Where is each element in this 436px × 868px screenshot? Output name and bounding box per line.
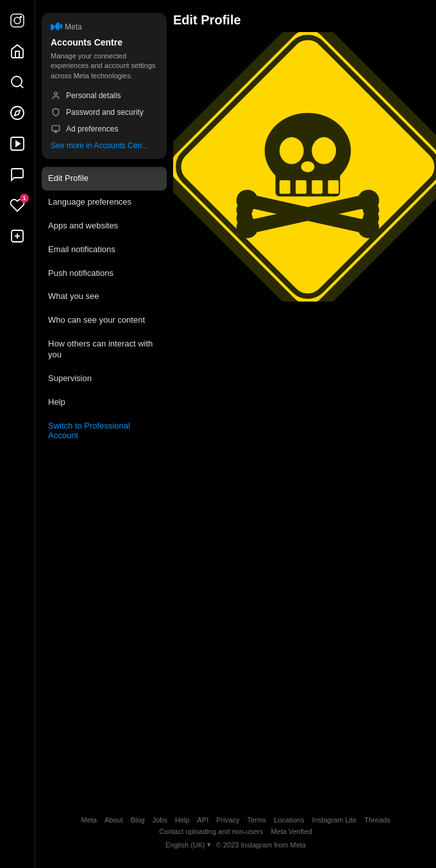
svg-rect-13 — [52, 126, 60, 131]
footer-blog[interactable]: Blog — [131, 816, 145, 824]
svg-rect-23 — [280, 180, 290, 194]
instagram-logo-button[interactable] — [4, 8, 30, 33]
nav-edit-profile[interactable]: Edit Profile — [42, 167, 167, 191]
create-button[interactable] — [4, 223, 30, 249]
search-button[interactable] — [4, 69, 30, 95]
footer-copyright: © 2023 Instagram from Meta — [216, 841, 306, 849]
footer-threads[interactable]: Threads — [364, 816, 390, 824]
warning-sign-overlay — [154, 26, 436, 308]
footer-contact[interactable]: Contact uploading and non-users — [159, 828, 263, 835]
meta-logo-icon — [51, 22, 62, 32]
svg-point-18 — [265, 113, 351, 189]
nav-who-can-see[interactable]: Who can see your content — [42, 309, 167, 332]
person-icon — [51, 90, 61, 101]
meta-logo: Meta — [51, 22, 158, 32]
password-security-item[interactable]: Password and security — [51, 104, 158, 121]
personal-details-item[interactable]: Personal details — [51, 87, 158, 104]
notification-badge: 1 — [20, 194, 29, 203]
svg-point-30 — [358, 190, 380, 212]
footer-about[interactable]: About — [105, 816, 123, 824]
svg-point-31 — [363, 202, 379, 218]
ad-preferences-item[interactable]: Ad preferences — [51, 121, 158, 137]
language-selector[interactable]: English (UK) ▾ — [165, 840, 211, 849]
accounts-centre-title: Accounts Centre — [51, 37, 158, 47]
svg-point-3 — [12, 76, 22, 87]
nav-email-notifications[interactable]: Email notifications — [42, 238, 167, 262]
footer-locations[interactable]: Locations — [274, 816, 304, 824]
footer-meta-verified[interactable]: Meta Verified — [271, 828, 312, 835]
svg-point-36 — [237, 202, 253, 218]
messages-button[interactable] — [4, 162, 30, 187]
footer-instagram-lite[interactable]: Instagram Lite — [312, 816, 356, 824]
svg-rect-24 — [296, 180, 306, 194]
svg-rect-17 — [173, 32, 436, 302]
home-button[interactable] — [4, 38, 30, 64]
chevron-down-icon: ▾ — [207, 840, 211, 849]
svg-point-2 — [21, 17, 22, 18]
main-content: Meta Accounts Centre Manage your connect… — [35, 0, 436, 868]
nav-help[interactable]: Help — [42, 391, 167, 414]
footer-bottom: English (UK) ▾ © 2023 Instagram from Met… — [48, 840, 423, 849]
switch-professional-button[interactable]: Switch to Professional Account — [42, 414, 167, 447]
ad-preferences-label: Ad preferences — [66, 124, 118, 133]
footer-api[interactable]: API — [197, 816, 209, 824]
notifications-button[interactable]: 1 — [4, 192, 30, 218]
monitor-icon — [51, 124, 61, 134]
footer-privacy[interactable]: Privacy — [216, 816, 239, 824]
svg-rect-16 — [173, 32, 436, 302]
svg-rect-25 — [312, 180, 323, 194]
footer: Meta About Blog Jobs Help API Privacy Te… — [35, 816, 436, 849]
footer-help[interactable]: Help — [175, 816, 190, 824]
nav-what-you-see[interactable]: What you see — [42, 285, 167, 309]
see-more-link[interactable]: See more in Accounts Cen... — [51, 141, 158, 150]
accounts-centre-description: Manage your connected experiences and ac… — [51, 51, 158, 81]
personal-details-label: Personal details — [66, 91, 121, 100]
svg-rect-26 — [328, 180, 339, 194]
svg-point-1 — [14, 17, 21, 24]
icon-bar: 1 — [0, 0, 35, 868]
svg-point-22 — [301, 162, 315, 173]
svg-marker-6 — [15, 110, 20, 115]
svg-point-35 — [237, 190, 258, 212]
nav-push-notifications[interactable]: Push notifications — [42, 262, 167, 285]
svg-line-4 — [21, 85, 23, 88]
svg-point-20 — [280, 137, 304, 164]
suggestions-label: Show account suggestions on profiles — [173, 218, 398, 231]
suggestions-section: Show account suggestions on profiles — [173, 218, 398, 231]
svg-marker-8 — [16, 141, 20, 146]
footer-terms[interactable]: Terms — [247, 816, 266, 824]
svg-point-12 — [55, 92, 58, 96]
shield-icon — [51, 107, 61, 117]
meta-label: Meta — [65, 22, 82, 31]
footer-links: Meta About Blog Jobs Help API Privacy Te… — [48, 816, 423, 835]
accounts-popup: Meta Accounts Centre Manage your connect… — [42, 13, 167, 159]
svg-point-21 — [312, 137, 336, 164]
footer-meta[interactable]: Meta — [81, 816, 96, 824]
nav-apps-websites[interactable]: Apps and websites — [42, 214, 167, 238]
nav-supervision[interactable]: Supervision — [42, 367, 167, 391]
password-security-label: Password and security — [66, 108, 144, 117]
nav-language-preferences[interactable]: Language preferences — [42, 191, 167, 214]
explore-button[interactable] — [4, 100, 30, 126]
nav-how-others-interact[interactable]: How others can interact with you — [42, 332, 167, 367]
language-label: English (UK) — [165, 841, 205, 849]
edit-profile-header: Edit Profile — [173, 13, 241, 28]
svg-rect-0 — [11, 14, 24, 27]
reels-button[interactable] — [4, 131, 30, 157]
svg-rect-19 — [276, 167, 340, 196]
footer-jobs[interactable]: Jobs — [153, 816, 167, 824]
svg-point-5 — [11, 106, 24, 119]
